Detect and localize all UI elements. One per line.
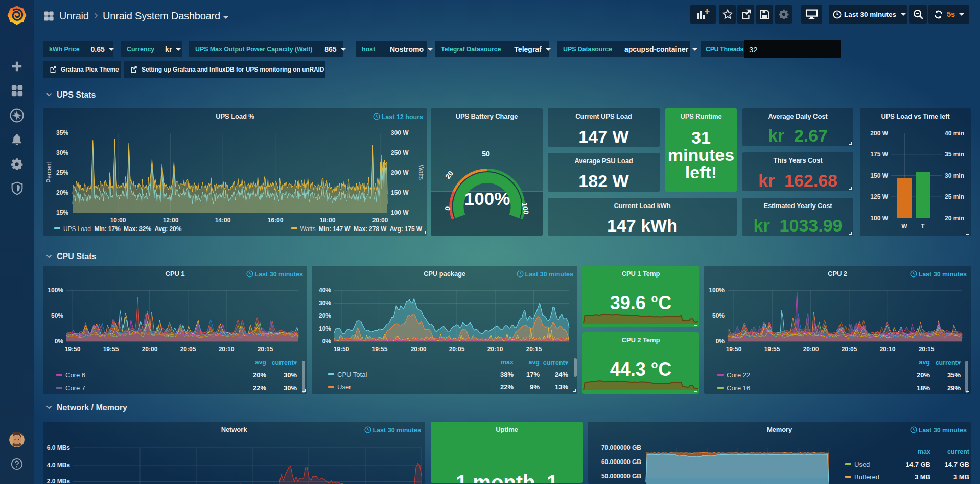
svg-text:100%: 100% — [464, 189, 510, 209]
svg-text:20: 20 — [444, 169, 455, 180]
svg-text:50: 50 — [482, 150, 490, 158]
